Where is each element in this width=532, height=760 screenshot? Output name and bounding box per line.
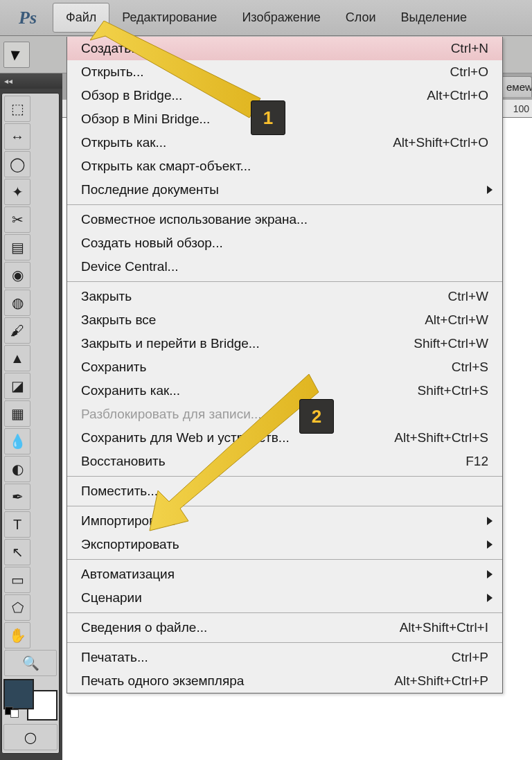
menu-item-label: Сохранить как... bbox=[81, 383, 180, 398]
menu-item-new-review[interactable]: Создать новый обзор... bbox=[67, 231, 502, 255]
menu-item-shortcut: F12 bbox=[466, 454, 488, 469]
tool-move[interactable]: ↔ bbox=[4, 123, 30, 150]
tool-preset-picker[interactable] bbox=[3, 42, 30, 68]
menu-item-save[interactable]: Сохранить Ctrl+S bbox=[67, 355, 502, 379]
left-panel: ◂◂ ⬚ ↔ ◯ ✦ ✂ ▤ ◉ ◍ 🖌 ▲ ◪ ▦ 💧 ◐ ✒ T ↖ ▭ ⬠… bbox=[0, 73, 62, 760]
menu-item-label: Восстановить bbox=[81, 454, 166, 469]
menu-item-share-screen[interactable]: Совместное использование экрана... bbox=[67, 208, 502, 231]
file-menu-dropdown: Создать... Ctrl+N Открыть... Ctrl+O Обзо… bbox=[66, 37, 503, 693]
tool-zoom[interactable]: 🔍 bbox=[4, 650, 57, 676]
menu-item-create[interactable]: Создать... Ctrl+N bbox=[67, 37, 502, 60]
menu-item-shortcut: Shift+Ctrl+W bbox=[414, 336, 488, 351]
menu-item-shortcut: Alt+Ctrl+O bbox=[427, 88, 488, 103]
menu-select[interactable]: Выделение bbox=[389, 0, 479, 35]
submenu-arrow-icon bbox=[487, 517, 493, 525]
tool-wand[interactable]: ✦ bbox=[4, 179, 30, 205]
submenu-arrow-icon bbox=[487, 594, 493, 602]
menu-layers[interactable]: Слои bbox=[333, 0, 389, 35]
menu-image[interactable]: Изображение bbox=[229, 0, 332, 35]
menu-item-label: Создать... bbox=[81, 41, 142, 56]
menu-item-scripts[interactable]: Сценарии bbox=[67, 586, 502, 610]
menu-item-recent[interactable]: Последние документы bbox=[67, 178, 502, 202]
menu-item-label: Закрыть bbox=[81, 289, 132, 304]
color-swatches[interactable] bbox=[3, 679, 57, 721]
menu-file[interactable]: Файл bbox=[53, 3, 109, 33]
quick-mask-toggle[interactable]: ◯ bbox=[3, 724, 57, 750]
menu-item-open[interactable]: Открыть... Ctrl+O bbox=[67, 60, 502, 84]
menu-separator bbox=[67, 506, 502, 506]
menu-item-label: Экспортировать bbox=[81, 537, 179, 552]
tool-shape2[interactable]: ⬠ bbox=[4, 594, 30, 621]
tool-marquee[interactable]: ⬚ bbox=[4, 96, 30, 122]
annotation-badge-2: 2 bbox=[299, 399, 334, 434]
annotation-badge-1: 1 bbox=[251, 100, 285, 135]
submenu-arrow-icon bbox=[487, 570, 493, 578]
menu-separator bbox=[67, 281, 502, 282]
tool-blur[interactable]: 💧 bbox=[4, 428, 30, 454]
tool-crop[interactable]: ✂ bbox=[4, 206, 30, 233]
menu-item-shortcut: Ctrl+O bbox=[450, 64, 488, 80]
menu-item-label: Поместить... bbox=[81, 484, 158, 499]
tool-path-select[interactable]: ↖ bbox=[4, 539, 30, 565]
menu-item-label: Открыть как... bbox=[81, 135, 166, 150]
menu-item-open-smart[interactable]: Открыть как смарт-объект... bbox=[67, 154, 502, 178]
collapse-handle[interactable]: ◂◂ bbox=[0, 73, 62, 89]
menu-item-label: Device Central... bbox=[81, 259, 178, 274]
toolbox: ⬚ ↔ ◯ ✦ ✂ ▤ ◉ ◍ 🖌 ▲ ◪ ▦ 💧 ◐ ✒ T ↖ ▭ ⬠ ✋ … bbox=[1, 93, 60, 754]
app-logo: Ps bbox=[3, 2, 53, 34]
menu-item-label: Обзор в Mini Bridge... bbox=[81, 112, 210, 127]
menu-item-place[interactable]: Поместить... bbox=[67, 479, 502, 503]
menu-item-shortcut: Alt+Shift+Ctrl+P bbox=[394, 673, 488, 689]
menu-item-close[interactable]: Закрыть Ctrl+W bbox=[67, 285, 502, 308]
tool-brush[interactable]: 🖌 bbox=[4, 317, 30, 344]
menu-item-shortcut: Alt+Shift+Ctrl+I bbox=[400, 620, 488, 635]
menu-separator bbox=[67, 612, 502, 613]
menu-item-save-as[interactable]: Сохранить как... Shift+Ctrl+S bbox=[67, 379, 502, 403]
menu-item-label: Обзор в Bridge... bbox=[81, 88, 182, 103]
menu-item-automate[interactable]: Автоматизация bbox=[67, 563, 502, 586]
tool-slice[interactable]: ▤ bbox=[4, 234, 30, 260]
menu-item-label: Сведения о файле... bbox=[81, 620, 207, 635]
menu-item-label: Совместное использование экрана... bbox=[81, 212, 308, 227]
menu-item-label: Сохранить bbox=[81, 360, 146, 375]
menu-item-close-all[interactable]: Закрыть все Alt+Ctrl+W bbox=[67, 308, 502, 332]
tool-dodge[interactable]: ◐ bbox=[4, 456, 30, 482]
menu-item-label: Разблокировать для записи... bbox=[81, 407, 262, 422]
tool-eyedropper[interactable]: ◉ bbox=[4, 262, 30, 288]
menu-item-device-central[interactable]: Device Central... bbox=[67, 255, 502, 279]
menu-item-label: Сценарии bbox=[81, 590, 142, 606]
foreground-color-swatch[interactable] bbox=[3, 679, 34, 709]
menu-item-import[interactable]: Импортировать bbox=[67, 509, 502, 533]
menu-separator bbox=[67, 559, 502, 560]
menu-item-close-bridge[interactable]: Закрыть и перейти в Bridge... Shift+Ctrl… bbox=[67, 332, 502, 355]
menu-item-shortcut: Ctrl+W bbox=[447, 289, 488, 304]
tool-eraser[interactable]: ◪ bbox=[4, 373, 30, 399]
menu-item-print[interactable]: Печатать... Ctrl+P bbox=[67, 646, 502, 669]
tool-lasso[interactable]: ◯ bbox=[4, 151, 30, 177]
tool-hand[interactable]: ✋ bbox=[4, 622, 30, 648]
menu-item-label: Закрыть и перейти в Bridge... bbox=[81, 336, 260, 351]
default-colors-icon[interactable] bbox=[5, 707, 19, 718]
menu-item-shortcut: Shift+Ctrl+S bbox=[418, 383, 488, 398]
menu-item-unlock-save: Разблокировать для записи... bbox=[67, 403, 502, 426]
tool-stamp[interactable]: ▲ bbox=[4, 345, 30, 371]
menubar: Ps Файл Редактирование Изображение Слои … bbox=[0, 0, 532, 36]
menu-item-shortcut: Ctrl+S bbox=[452, 360, 488, 375]
tool-heal[interactable]: ◍ bbox=[4, 290, 30, 316]
menu-edit[interactable]: Редактирование bbox=[109, 0, 229, 35]
menu-item-label: Автоматизация bbox=[81, 567, 175, 582]
tool-pen[interactable]: ✒ bbox=[4, 484, 30, 510]
tool-shape[interactable]: ▭ bbox=[4, 567, 30, 593]
menu-separator bbox=[67, 642, 502, 643]
tool-gradient[interactable]: ▦ bbox=[4, 400, 30, 427]
menu-items: Файл Редактирование Изображение Слои Выд… bbox=[53, 0, 479, 35]
menu-item-label: Открыть как смарт-объект... bbox=[81, 159, 251, 174]
menu-item-print-one[interactable]: Печать одного экземпляра Alt+Shift+Ctrl+… bbox=[67, 669, 502, 693]
menu-item-save-web[interactable]: Сохранить для Web и устройств... Alt+Shi… bbox=[67, 426, 502, 450]
menu-item-export[interactable]: Экспортировать bbox=[67, 533, 502, 556]
menu-separator bbox=[67, 476, 502, 477]
menu-item-file-info[interactable]: Сведения о файле... Alt+Shift+Ctrl+I bbox=[67, 616, 502, 639]
tool-type[interactable]: T bbox=[4, 511, 30, 538]
menu-item-revert[interactable]: Восстановить F12 bbox=[67, 450, 502, 473]
menu-item-label: Печать одного экземпляра bbox=[81, 673, 244, 689]
